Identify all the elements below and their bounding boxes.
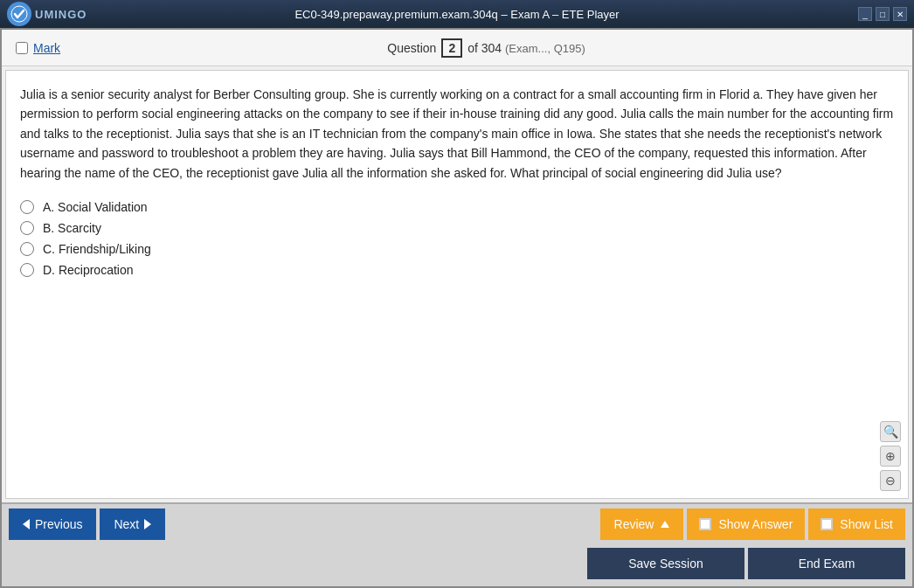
option-radio-d[interactable]: [20, 263, 34, 277]
total-questions: of 304: [467, 41, 502, 55]
option-item-a[interactable]: A. Social Validation: [20, 200, 894, 214]
options-list: A. Social ValidationB. ScarcityC. Friend…: [20, 200, 894, 277]
title-bar-controls: _ □ ✕: [858, 7, 907, 21]
option-label-a: A. Social Validation: [43, 200, 148, 214]
review-button[interactable]: Review: [600, 508, 684, 540]
search-icon[interactable]: 🔍: [880, 421, 901, 442]
review-arrow-icon: [661, 521, 669, 528]
question-header: Mark Question 2 of 304 (Exam..., Q195): [2, 30, 912, 66]
option-item-b[interactable]: B. Scarcity: [20, 221, 894, 235]
title-bar-left: UMINGO: [7, 2, 87, 26]
option-radio-a[interactable]: [20, 200, 34, 214]
question-number: 2: [441, 38, 462, 58]
option-label-c: C. Friendship/Liking: [43, 242, 151, 256]
option-item-c[interactable]: C. Friendship/Liking: [20, 242, 894, 256]
option-item-d[interactable]: D. Reciprocation: [20, 263, 894, 277]
logo: UMINGO: [7, 2, 87, 26]
question-label: Question: [387, 41, 436, 55]
end-exam-button[interactable]: End Exam: [748, 548, 905, 579]
option-radio-c[interactable]: [20, 242, 34, 256]
zoom-in-icon[interactable]: ⊕: [880, 446, 901, 467]
next-button[interactable]: Next: [100, 508, 165, 540]
title-bar-title: EC0-349.prepaway.premium.exam.304q – Exa…: [294, 8, 619, 21]
logo-text: UMINGO: [35, 8, 87, 21]
zoom-out-icon[interactable]: ⊖: [880, 470, 901, 491]
save-session-button[interactable]: Save Session: [587, 548, 744, 579]
maximize-button[interactable]: □: [876, 7, 890, 21]
main-window: Mark Question 2 of 304 (Exam..., Q195) J…: [0, 28, 914, 588]
show-list-button[interactable]: Show List: [808, 508, 905, 540]
show-list-label: Show List: [840, 517, 893, 531]
mark-label[interactable]: Mark: [33, 41, 60, 55]
mark-checkbox-area[interactable]: Mark: [16, 41, 60, 55]
save-session-label: Save Session: [628, 557, 703, 571]
review-label: Review: [614, 517, 654, 531]
next-arrow-icon: [144, 519, 151, 529]
show-answer-label: Show Answer: [718, 517, 793, 531]
previous-button[interactable]: Previous: [9, 508, 96, 540]
side-icons: 🔍 ⊕ ⊖: [880, 421, 901, 491]
next-label: Next: [114, 517, 139, 531]
show-answer-button[interactable]: Show Answer: [687, 508, 805, 540]
minimize-button[interactable]: _: [858, 7, 872, 21]
option-radio-b[interactable]: [20, 221, 34, 235]
show-answer-checkbox-icon: [699, 518, 711, 530]
previous-arrow-icon: [23, 519, 30, 529]
title-bar: UMINGO EC0-349.prepaway.premium.exam.304…: [0, 0, 914, 28]
mark-checkbox[interactable]: [16, 42, 28, 54]
bottom-row2: Save Session End Exam: [2, 544, 912, 586]
show-list-checkbox-icon: [821, 518, 833, 530]
logo-icon: [7, 2, 31, 26]
content-area: Julia is a senior security analyst for B…: [5, 70, 909, 499]
question-text: Julia is a senior security analyst for B…: [20, 85, 894, 183]
question-info: Question 2 of 304 (Exam..., Q195): [387, 38, 585, 58]
bottom-toolbar: Previous Next Review Show Answer Show Li…: [2, 502, 912, 544]
close-button[interactable]: ✕: [893, 7, 907, 21]
end-exam-label: End Exam: [799, 557, 855, 571]
option-label-d: D. Reciprocation: [43, 263, 134, 277]
question-extra-info: (Exam..., Q195): [505, 42, 585, 55]
previous-label: Previous: [35, 517, 82, 531]
option-label-b: B. Scarcity: [43, 221, 101, 235]
